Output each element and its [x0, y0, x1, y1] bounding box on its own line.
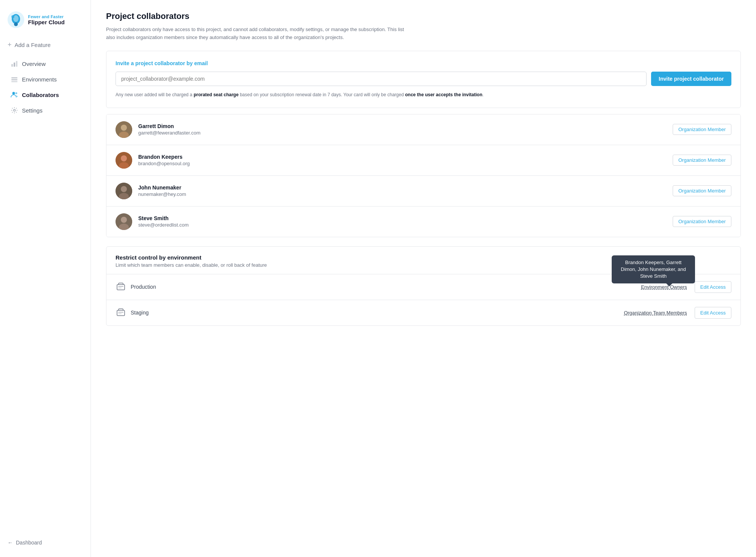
svg-rect-7 — [16, 61, 17, 67]
logo-area: Fewer and Faster Flipper Cloud — [0, 8, 91, 37]
collaborator-email: garrett@fewerandfaster.com — [138, 130, 673, 136]
logo-subtitle: Fewer and Faster — [28, 14, 65, 19]
add-feature-button[interactable]: + Add a Feature — [0, 37, 91, 53]
env-name-production: Production — [131, 284, 641, 290]
collaborators-list: Garrett Dimon garrett@fewerandfaster.com… — [106, 114, 741, 237]
svg-point-12 — [16, 92, 17, 94]
table-row: Steve Smith steve@orderedlist.com Organi… — [106, 207, 740, 237]
collaborator-name: Brandon Keepers — [138, 154, 673, 160]
arrow-left-icon: ← — [8, 540, 13, 546]
invite-section-title: Invite a project collaborator by email — [116, 60, 731, 66]
edit-access-button-staging[interactable]: Edit Access — [695, 307, 731, 319]
staging-env-icon — [116, 307, 126, 318]
collaborator-name: John Nunemaker — [138, 185, 673, 191]
production-env-icon — [116, 282, 126, 292]
table-row: Garrett Dimon garrett@fewerandfaster.com… — [106, 114, 740, 145]
svg-rect-8 — [11, 77, 17, 78]
environments-icon — [11, 75, 18, 83]
svg-rect-26 — [117, 285, 125, 290]
collaborator-email: brandon@opensoul.org — [138, 161, 673, 166]
invite-note-bold-1: prorated seat charge — [194, 92, 239, 97]
environment-row-production: Production Brandon Keepers, Garrett Dimo… — [106, 274, 740, 300]
sidebar-item-environments[interactable]: Environments — [3, 72, 87, 87]
logo-icon — [8, 11, 24, 28]
svg-point-18 — [121, 155, 127, 161]
svg-rect-29 — [117, 310, 125, 316]
collaborators-icon — [11, 91, 18, 99]
restrict-header: Restrict control by environment Limit wh… — [106, 247, 740, 274]
collaborator-info: Steve Smith steve@orderedlist.com — [138, 215, 673, 228]
page-title: Project collaborators — [106, 11, 741, 21]
avatar — [116, 121, 132, 138]
svg-point-4 — [11, 15, 14, 18]
invite-section: Invite a project collaborator by email I… — [106, 51, 741, 108]
sidebar-label-overview: Overview — [22, 61, 46, 67]
sidebar-item-settings[interactable]: Settings — [3, 103, 87, 118]
logo-title: Flipper Cloud — [28, 19, 65, 25]
nav-section: Overview Environments Colla — [0, 56, 91, 536]
invite-button[interactable]: Invite project collaborator — [651, 72, 731, 86]
org-member-badge[interactable]: Organization Member — [673, 124, 731, 135]
svg-rect-9 — [11, 79, 17, 80]
sidebar-item-overview[interactable]: Overview — [3, 56, 87, 71]
avatar — [116, 152, 132, 169]
env-role-staging[interactable]: Organization Team Members — [624, 310, 687, 316]
plus-icon: + — [8, 41, 12, 49]
overview-icon — [11, 60, 18, 67]
svg-point-11 — [12, 92, 15, 95]
collaborator-info: John Nunemaker nunemaker@hey.com — [138, 185, 673, 197]
invite-email-input[interactable] — [116, 72, 647, 86]
sidebar-label-collaborators: Collaborators — [22, 92, 59, 98]
svg-point-3 — [14, 22, 18, 26]
svg-rect-31 — [118, 313, 122, 314]
sidebar-label-environments: Environments — [22, 76, 57, 83]
collaborator-info: Brandon Keepers brandon@opensoul.org — [138, 154, 673, 166]
env-name-staging: Staging — [131, 310, 624, 316]
org-member-badge[interactable]: Organization Member — [673, 155, 731, 166]
svg-rect-30 — [118, 312, 123, 313]
invite-note: Any new user added will be charged a pro… — [116, 91, 731, 99]
svg-rect-5 — [11, 64, 13, 67]
edit-access-button-production[interactable]: Edit Access — [695, 281, 731, 293]
svg-rect-28 — [118, 288, 122, 288]
org-member-badge[interactable]: Organization Member — [673, 185, 731, 196]
svg-rect-27 — [118, 286, 123, 287]
svg-point-24 — [121, 217, 127, 223]
svg-point-15 — [121, 125, 127, 131]
restrict-description: Limit which team members can enable, dis… — [116, 262, 731, 268]
main-content: Project collaborators Project collaborat… — [91, 0, 756, 557]
svg-rect-10 — [11, 81, 17, 82]
collaborator-name: Garrett Dimon — [138, 123, 673, 129]
sidebar: Fewer and Faster Flipper Cloud + Add a F… — [0, 0, 91, 557]
svg-point-13 — [14, 110, 16, 111]
svg-point-21 — [121, 186, 127, 192]
invite-form: Invite project collaborator — [116, 72, 731, 86]
avatar — [116, 213, 132, 230]
sidebar-label-settings: Settings — [22, 107, 42, 114]
table-row: John Nunemaker nunemaker@hey.com Organiz… — [106, 176, 740, 207]
env-role-production[interactable]: Environment Owners — [641, 284, 687, 290]
logo-text: Fewer and Faster Flipper Cloud — [28, 14, 65, 25]
environment-row-staging: Staging Organization Team Members Edit A… — [106, 300, 740, 325]
avatar — [116, 183, 132, 199]
sidebar-item-collaborators[interactable]: Collaborators — [3, 87, 87, 102]
dashboard-label: Dashboard — [16, 540, 42, 546]
svg-rect-6 — [14, 63, 15, 67]
collaborator-email: steve@orderedlist.com — [138, 222, 673, 228]
add-feature-label: Add a Feature — [15, 42, 51, 48]
page-description: Project collaborators only have access t… — [106, 26, 409, 42]
dashboard-link[interactable]: ← Dashboard — [0, 536, 91, 549]
collaborator-info: Garrett Dimon garrett@fewerandfaster.com — [138, 123, 673, 136]
restrict-title: Restrict control by environment — [116, 254, 731, 261]
collaborator-name: Steve Smith — [138, 215, 673, 221]
restrict-section: Restrict control by environment Limit wh… — [106, 246, 741, 326]
collaborator-email: nunemaker@hey.com — [138, 191, 673, 197]
table-row: Brandon Keepers brandon@opensoul.org Org… — [106, 145, 740, 176]
org-member-badge[interactable]: Organization Member — [673, 216, 731, 227]
settings-icon — [11, 106, 18, 114]
invite-note-bold-2: once the user accepts the invitation — [405, 92, 482, 97]
